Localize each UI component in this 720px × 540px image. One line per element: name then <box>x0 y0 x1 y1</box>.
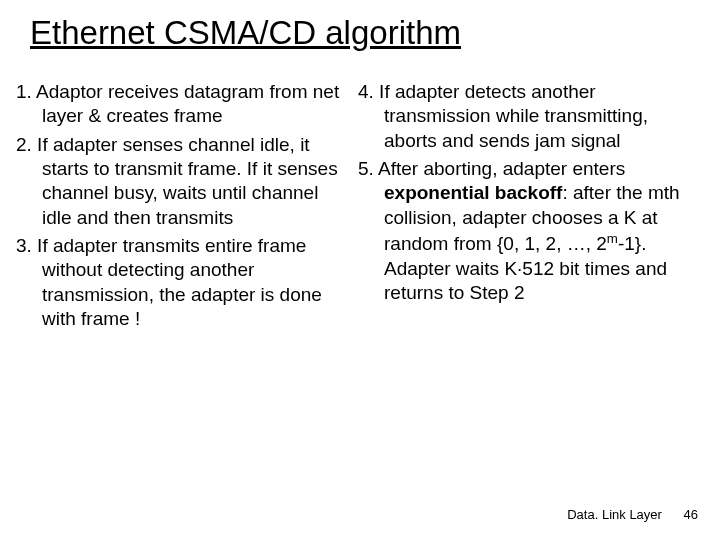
slide-title: Ethernet CSMA/CD algorithm <box>0 0 720 52</box>
step-2: 2. If adapter senses channel idle, it st… <box>16 133 350 230</box>
step-5: 5. After aborting, adapter enters expone… <box>358 157 692 305</box>
footer-label: Data. Link Layer <box>567 507 662 522</box>
step-4: 4. If adapter detects another transmissi… <box>358 80 692 153</box>
right-column: 4. If adapter detects another transmissi… <box>358 80 692 335</box>
step-1: 1. Adaptor receives datagram from net la… <box>16 80 350 129</box>
slide-footer: Data. Link Layer 46 <box>567 507 698 522</box>
page-number: 46 <box>684 507 698 522</box>
step-3: 3. If adapter transmits entire frame wit… <box>16 234 350 331</box>
left-column: 1. Adaptor receives datagram from net la… <box>16 80 350 335</box>
exponential-backoff-term: exponential backoff <box>384 182 562 203</box>
slide-content: 1. Adaptor receives datagram from net la… <box>0 52 720 335</box>
